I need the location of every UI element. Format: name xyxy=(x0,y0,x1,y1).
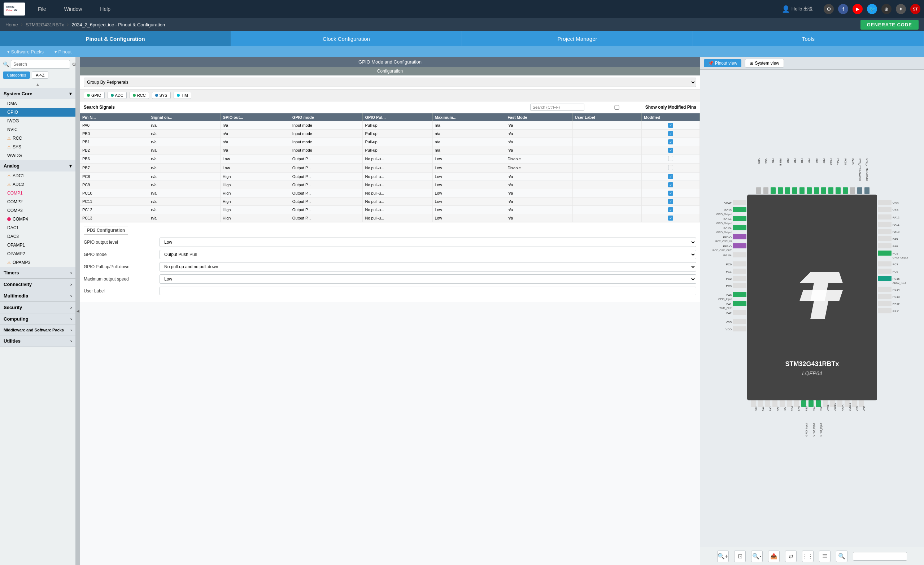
table-row[interactable]: PC8n/aHighOutput P...No pull-u...Lown/a✓ xyxy=(80,173,700,181)
user-label-input[interactable] xyxy=(159,287,696,295)
sidebar-item-dma[interactable]: DMA xyxy=(0,99,75,108)
sidebar-section-header-computing[interactable]: Computing › xyxy=(0,313,75,325)
zoom-out-btn[interactable]: 🔍- xyxy=(751,551,763,562)
show-modified-label[interactable]: Show only Modified Pins xyxy=(590,105,696,110)
th-fast-mode[interactable]: Fast Mode xyxy=(506,113,573,121)
th-signal[interactable]: Signal on... xyxy=(149,113,220,121)
group-by-select[interactable]: Group By Peripherals xyxy=(84,78,696,87)
checkbox-unchecked[interactable] xyxy=(668,156,673,161)
menu-help[interactable]: Help xyxy=(94,5,116,14)
list-btn[interactable]: ☰ xyxy=(819,551,831,562)
filter-categories[interactable]: Categories xyxy=(3,72,30,79)
sidebar-item-adc1[interactable]: ⚠ADC1 xyxy=(0,171,75,180)
table-row[interactable]: PC10n/aHighOutput P...No pull-u...Lown/a… xyxy=(80,189,700,197)
export-btn[interactable]: 📤 xyxy=(768,551,780,562)
sidebar-item-comp2[interactable]: COMP2 xyxy=(0,197,75,206)
chip-btn-adc[interactable]: ADC xyxy=(108,92,127,99)
sidebar-item-comp3[interactable]: COMP3 xyxy=(0,206,75,215)
th-pin[interactable]: Pin N... xyxy=(80,113,149,121)
show-modified-checkbox[interactable] xyxy=(590,105,644,110)
sidebar-item-dac3[interactable]: DAC3 xyxy=(0,232,75,241)
checkbox-checked[interactable]: ✓ xyxy=(668,174,673,179)
search-signals-input[interactable] xyxy=(530,104,584,111)
table-row[interactable]: PB0n/an/aInput modePull-upn/an/a✓ xyxy=(80,129,700,138)
th-modified[interactable]: Modified xyxy=(641,113,699,121)
checkbox-checked[interactable]: ✓ xyxy=(668,207,673,212)
checkbox-checked[interactable]: ✓ xyxy=(668,123,673,128)
sidebar-item-opamp1[interactable]: OPAMP1 xyxy=(0,241,75,249)
sidebar-scroll-up[interactable]: ▲ xyxy=(0,81,75,88)
table-row[interactable]: PC11n/aHighOutput P...No pull-u...Lown/a… xyxy=(80,197,700,206)
checkbox-checked[interactable]: ✓ xyxy=(668,182,673,187)
sidebar-item-opamp3[interactable]: ⚠OPAMP3 xyxy=(0,258,75,267)
checkbox-checked[interactable]: ✓ xyxy=(668,199,673,204)
search-view-btn[interactable]: 🔍 xyxy=(836,551,848,562)
subtab-pinout[interactable]: ▾ Pinout xyxy=(54,49,72,54)
chip-btn-sys[interactable]: SYS xyxy=(152,92,171,99)
th-gpio-out[interactable]: GPIO out... xyxy=(220,113,290,121)
max-speed-select[interactable]: Low xyxy=(159,274,696,284)
sidebar-settings-icon[interactable]: ⚙ xyxy=(72,62,76,67)
sidebar-section-header-analog[interactable]: Analog ▾ xyxy=(0,160,75,171)
checkbox-unchecked[interactable] xyxy=(668,165,673,170)
sidebar-item-comp4[interactable]: COMP4 xyxy=(0,215,75,224)
facebook-icon[interactable]: f xyxy=(838,4,848,14)
sidebar-section-header-middleware[interactable]: Middleware and Software Packs › xyxy=(0,325,75,335)
sidebar-item-dac1[interactable]: DAC1 xyxy=(0,224,75,232)
sidebar-search-input[interactable] xyxy=(11,60,70,69)
gpio-pullupdown-select[interactable]: No pull-up and no pull-down xyxy=(159,262,696,272)
sidebar-item-opamp2[interactable]: OPAMP2 xyxy=(0,249,75,258)
settings-icon[interactable]: ⚙ xyxy=(824,4,834,14)
fit-btn[interactable]: ⊡ xyxy=(734,551,746,562)
collapse-handle[interactable]: ◀ xyxy=(76,57,80,565)
sidebar-item-nvic[interactable]: NVIC xyxy=(0,125,75,134)
sidebar-item-comp1[interactable]: COMP1 xyxy=(0,189,75,197)
th-gpio-pull[interactable]: GPIO Pul... xyxy=(363,113,432,121)
th-max-speed[interactable]: Maximum... xyxy=(432,113,506,121)
zoom-in-btn[interactable]: 🔍+ xyxy=(717,551,729,562)
checkbox-checked[interactable]: ✓ xyxy=(668,148,673,153)
signals-table-scroll[interactable]: Pin N... Signal on... GPIO out... GPIO m… xyxy=(80,113,700,222)
tab-project[interactable]: Project Manager xyxy=(462,31,693,46)
table-row[interactable]: PB6n/aLowOutput P...No pull-u...LowDisab… xyxy=(80,155,700,164)
menu-window[interactable]: Window xyxy=(59,5,88,14)
breadcrumb-home[interactable]: Home xyxy=(5,22,18,27)
sidebar-item-wwdg[interactable]: WWDG xyxy=(0,151,75,160)
youtube-icon[interactable]: ▶ xyxy=(852,4,862,14)
star-icon[interactable]: ✦ xyxy=(896,4,906,14)
gpio-mode-select[interactable]: Output Push Pull xyxy=(159,250,696,259)
tab-pinout[interactable]: Pinout & Configuration xyxy=(0,31,231,46)
generate-code-button[interactable]: GENERATE CODE xyxy=(861,20,919,30)
chip-btn-tim[interactable]: TIM xyxy=(174,92,191,99)
columns-btn[interactable]: ⋮⋮ xyxy=(802,551,813,562)
table-row[interactable]: PA0n/an/aInput modePull-upn/an/a✓ xyxy=(80,121,700,129)
table-row[interactable]: PB1n/an/aInput modePull-upn/an/a✓ xyxy=(80,138,700,146)
checkbox-checked[interactable]: ✓ xyxy=(668,191,673,196)
sidebar-section-header-multimedia[interactable]: Multimedia › xyxy=(0,290,75,302)
chip-view-tab-pinout[interactable]: 📌 Pinout view xyxy=(704,59,741,67)
sidebar-section-header-security[interactable]: Security › xyxy=(0,302,75,313)
github-icon[interactable]: ⊕ xyxy=(881,4,891,14)
st-icon[interactable]: ST xyxy=(910,4,920,14)
checkbox-checked[interactable]: ✓ xyxy=(668,139,673,144)
sidebar-item-sys[interactable]: ⚠SYS xyxy=(0,143,75,151)
table-row[interactable]: PC13n/aHighOutput P...No pull-u...Lown/a… xyxy=(80,214,700,222)
tab-clock[interactable]: Clock Configuration xyxy=(231,31,462,46)
checkbox-checked[interactable]: ✓ xyxy=(668,215,673,221)
breadcrumb-project[interactable]: STM32G431RBTx xyxy=(26,22,64,27)
twitter-icon[interactable]: 🐦 xyxy=(867,4,877,14)
chip-view-tab-system[interactable]: ⊞ System view xyxy=(745,59,784,68)
sidebar-item-rcc[interactable]: ⚠RCC xyxy=(0,134,75,143)
sidebar-section-header-timers[interactable]: Timers › xyxy=(0,267,75,278)
table-row[interactable]: PB2n/an/aInput modePull-upn/an/a✓ xyxy=(80,146,700,155)
gpio-output-level-select[interactable]: Low xyxy=(159,237,696,247)
th-gpio-mode[interactable]: GPIO mode xyxy=(290,113,363,121)
th-user-label[interactable]: User Label xyxy=(573,113,641,121)
table-row[interactable]: PB7n/aLowOutput P...No pull-u...LowDisab… xyxy=(80,164,700,173)
compare-btn[interactable]: ⇄ xyxy=(785,551,796,562)
sidebar-item-gpio[interactable]: GPIO xyxy=(0,108,75,117)
sidebar-item-adc2[interactable]: ⚠ADC2 xyxy=(0,180,75,189)
filter-az[interactable]: A->Z xyxy=(32,72,48,79)
tab-tools[interactable]: Tools xyxy=(693,31,924,46)
table-row[interactable]: PC9n/aHighOutput P...No pull-u...Lown/a✓ xyxy=(80,181,700,189)
